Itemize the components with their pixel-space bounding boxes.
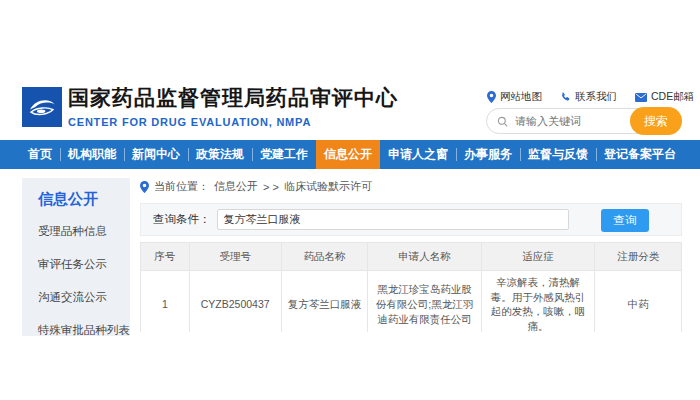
nav-item-registration-platform[interactable]: 登记备案平台 — [596, 140, 684, 169]
contact-label: 联系我们 — [575, 90, 617, 104]
nav-item-info-disclosure[interactable]: 信息公开 — [316, 140, 380, 169]
location-pin-icon — [487, 91, 496, 103]
sidebar-title: 信息公开 — [38, 190, 126, 209]
results-table-wrap: 序号 受理号 药品名称 申请人名称 适应症 注册分类 1 CYZB2500437… — [140, 242, 682, 332]
main-nav: 首页 机构职能 新闻中心 政策法规 党建工作 信息公开 申请人之窗 办事服务 监… — [0, 140, 700, 169]
query-input[interactable] — [217, 209, 569, 230]
col-header-index: 序号 — [141, 243, 190, 271]
main-content: 当前位置： 信息公开 > > 临床试验默示许可 查询条件： 查询 序号 受理号 … — [140, 179, 682, 332]
nav-item-functions[interactable]: 机构职能 — [60, 140, 124, 169]
nav-item-home[interactable]: 首页 — [20, 140, 60, 169]
site-subtitle: CENTER FOR DRUG EVALUATION, NMPA — [68, 116, 398, 128]
breadcrumb-separator: > > — [263, 181, 279, 193]
cell-acceptance-no: CYZB2500437 — [189, 271, 281, 333]
phone-icon — [560, 92, 571, 103]
header-search-button[interactable]: 搜索 — [630, 107, 682, 135]
breadcrumb-prefix: 当前位置： — [154, 179, 209, 194]
top-links: 网站地图 联系我们 CDE邮箱 — [487, 90, 694, 104]
table-header-row: 序号 受理号 药品名称 申请人名称 适应症 注册分类 — [141, 243, 682, 271]
sidebar-item-special-approval[interactable]: 特殊审批品种列表 — [38, 323, 126, 338]
cell-registration-class: 中药 — [595, 271, 682, 333]
query-label: 查询条件： — [153, 212, 211, 227]
col-header-acceptance-no: 受理号 — [189, 243, 281, 271]
cde-logo-icon — [25, 90, 59, 124]
col-header-applicant: 申请人名称 — [368, 243, 482, 271]
site-title-block: 国家药品监督管理局药品审评中心 CENTER FOR DRUG EVALUATI… — [68, 84, 398, 128]
breadcrumb: 当前位置： 信息公开 > > 临床试验默示许可 — [140, 179, 682, 194]
location-pin-icon — [140, 181, 149, 193]
breadcrumb-current: 临床试验默示许可 — [284, 179, 372, 194]
site-title: 国家药品监督管理局药品审评中心 — [68, 84, 398, 112]
cde-mail-link[interactable]: CDE邮箱 — [635, 90, 694, 104]
cell-indication: 辛凉解表，清热解毒。用于外感风热引起的发热，咳嗽，咽痛。 — [481, 271, 595, 333]
table-row: 1 CYZB2500437 复方芩兰口服液 黑龙江珍宝岛药业股份有限公司;黑龙江… — [141, 271, 682, 333]
sidebar-item-communication[interactable]: 沟通交流公示 — [38, 290, 126, 305]
sitemap-label: 网站地图 — [500, 90, 542, 104]
col-header-registration-class: 注册分类 — [595, 243, 682, 271]
nav-item-applicant-window[interactable]: 申请人之窗 — [380, 140, 456, 169]
col-header-indication: 适应症 — [481, 243, 595, 271]
sidebar-item-accepted-varieties[interactable]: 受理品种信息 — [38, 224, 126, 239]
cde-logo[interactable] — [22, 87, 62, 127]
nav-item-party[interactable]: 党建工作 — [252, 140, 316, 169]
sidebar: 信息公开 受理品种信息 审评任务公示 沟通交流公示 特殊审批品种列表 — [22, 178, 130, 336]
nav-item-services[interactable]: 办事服务 — [456, 140, 520, 169]
query-button[interactable]: 查询 — [601, 209, 649, 232]
contact-link[interactable]: 联系我们 — [560, 90, 617, 104]
sitemap-link[interactable]: 网站地图 — [487, 90, 542, 104]
cell-applicant: 黑龙江珍宝岛药业股份有限公司;黑龙江羽迪药业有限责任公司 — [368, 271, 482, 333]
results-table: 序号 受理号 药品名称 申请人名称 适应症 注册分类 1 CYZB2500437… — [140, 242, 682, 332]
cde-mail-label: CDE邮箱 — [651, 90, 694, 104]
nav-item-news[interactable]: 新闻中心 — [124, 140, 188, 169]
nav-item-policies[interactable]: 政策法规 — [188, 140, 252, 169]
page: 国家药品监督管理局药品审评中心 CENTER FOR DRUG EVALUATI… — [0, 0, 700, 400]
col-header-drug-name: 药品名称 — [281, 243, 368, 271]
breadcrumb-section[interactable]: 信息公开 — [214, 179, 258, 194]
header-search-input[interactable] — [513, 114, 627, 128]
query-bar: 查询条件： 查询 — [140, 203, 682, 236]
search-icon — [497, 116, 508, 127]
sidebar-item-review-tasks[interactable]: 审评任务公示 — [38, 257, 126, 272]
nav-item-supervision[interactable]: 监督与反馈 — [520, 140, 596, 169]
mail-icon — [635, 93, 647, 102]
cell-index: 1 — [141, 271, 190, 333]
cell-drug-name: 复方芩兰口服液 — [281, 271, 368, 333]
